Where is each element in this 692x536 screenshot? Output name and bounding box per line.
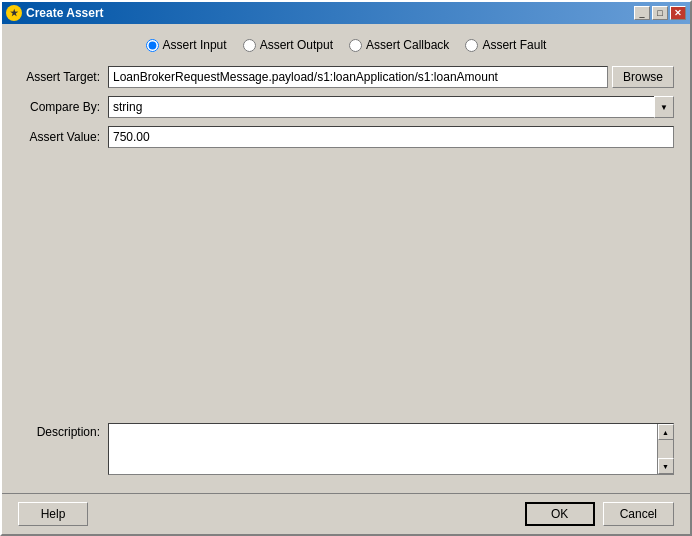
description-label: Description: — [18, 423, 108, 439]
radio-assert-fault-label: Assert Fault — [482, 38, 546, 52]
description-row: Description: ▲ ▼ — [18, 423, 674, 475]
assert-value-label: Assert Value: — [18, 130, 108, 144]
assert-target-input[interactable] — [108, 66, 608, 88]
radio-assert-output[interactable]: Assert Output — [243, 38, 333, 52]
scroll-down-button[interactable]: ▼ — [658, 458, 674, 474]
close-button[interactable]: ✕ — [670, 6, 686, 20]
assert-value-input[interactable] — [108, 126, 674, 148]
cancel-button[interactable]: Cancel — [603, 502, 674, 526]
title-bar-buttons: _ □ ✕ — [634, 6, 686, 20]
description-scrollbar: ▲ ▼ — [657, 424, 673, 474]
assert-value-row: Assert Value: — [18, 126, 674, 148]
scroll-track — [658, 440, 673, 458]
window-title: Create Assert — [26, 6, 104, 20]
maximize-button[interactable]: □ — [652, 6, 668, 20]
create-assert-dialog: ★ Create Assert _ □ ✕ Assert Input Asser… — [0, 0, 692, 536]
radio-assert-input[interactable]: Assert Input — [146, 38, 227, 52]
compare-by-select-wrapper: string integer boolean float ▼ — [108, 96, 674, 118]
button-bar: Help OK Cancel — [2, 493, 690, 534]
title-bar: ★ Create Assert _ □ ✕ — [2, 2, 690, 24]
window-icon: ★ — [6, 5, 22, 21]
compare-by-select[interactable]: string integer boolean float — [108, 96, 674, 118]
radio-group: Assert Input Assert Output Assert Callba… — [18, 38, 674, 52]
ok-cancel-group: OK Cancel — [525, 502, 674, 526]
help-button[interactable]: Help — [18, 502, 88, 526]
compare-by-label: Compare By: — [18, 100, 108, 114]
description-area-wrapper: ▲ ▼ — [108, 423, 674, 475]
minimize-button[interactable]: _ — [634, 6, 650, 20]
spacer — [18, 156, 674, 415]
ok-button[interactable]: OK — [525, 502, 595, 526]
radio-assert-callback[interactable]: Assert Callback — [349, 38, 449, 52]
radio-assert-output-label: Assert Output — [260, 38, 333, 52]
dialog-content: Assert Input Assert Output Assert Callba… — [2, 24, 690, 493]
radio-assert-fault[interactable]: Assert Fault — [465, 38, 546, 52]
scroll-up-button[interactable]: ▲ — [658, 424, 674, 440]
radio-assert-input-label: Assert Input — [163, 38, 227, 52]
assert-target-label: Assert Target: — [18, 70, 108, 84]
assert-target-row: Assert Target: Browse — [18, 66, 674, 88]
compare-by-row: Compare By: string integer boolean float… — [18, 96, 674, 118]
title-bar-left: ★ Create Assert — [6, 5, 104, 21]
browse-button[interactable]: Browse — [612, 66, 674, 88]
description-textarea[interactable] — [109, 424, 657, 474]
radio-assert-callback-label: Assert Callback — [366, 38, 449, 52]
